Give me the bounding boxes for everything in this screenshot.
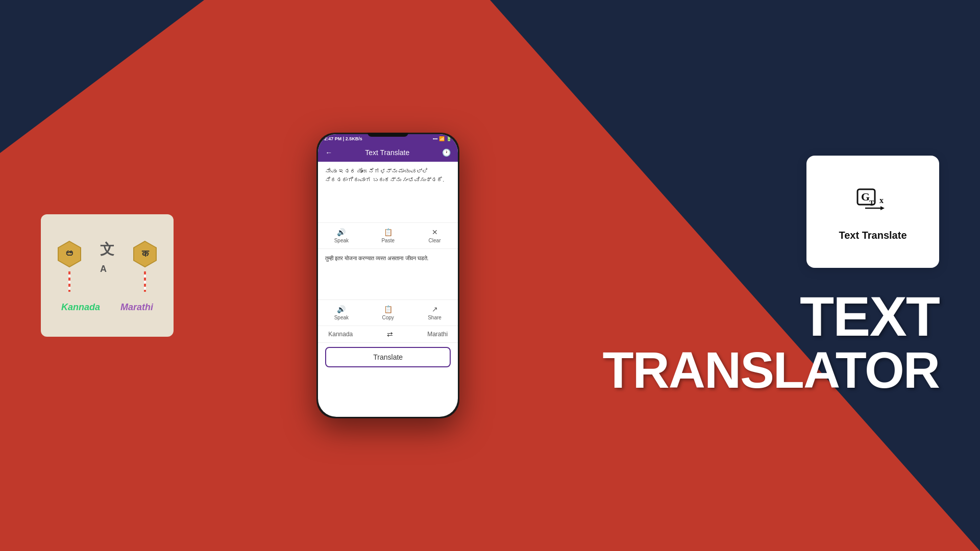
battery-icon: 🔋	[446, 136, 452, 141]
translate-center-icon: 文A	[100, 240, 114, 276]
speak-label-bottom: Speak	[334, 315, 349, 320]
input-text-area[interactable]: ನೀವು ಇತರ ಯೋಜನೆಗಳನ್ನು ಮಾಡುವಲ್ಲಿ ನಿರತರಾಗಿರ…	[318, 162, 458, 223]
lang-labels: Kannada Marathi	[61, 302, 153, 313]
marathi-hexagon: क	[130, 239, 160, 269]
speak-btn-top[interactable]: 🔊 Speak	[318, 226, 364, 245]
kannada-char: ಅ	[65, 248, 74, 259]
speak-icon-bottom: 🔊	[337, 305, 346, 313]
share-label: Share	[428, 315, 442, 320]
input-text: ನೀವು ಇತರ ಯೋಜನೆಗಳನ್ನು ಮಾಡುವಲ್ಲಿ ನಿರತರಾಗಿರ…	[325, 168, 444, 183]
kannada-icon-group: ಅ	[54, 239, 85, 292]
phone-notch	[368, 133, 408, 137]
app-title: Text Translate	[332, 148, 442, 157]
output-text-area: तुम्ही इतर योजना करण्यात व्यस्त असताना ज…	[318, 249, 458, 300]
svg-text:G: G	[861, 190, 870, 203]
wifi-icon: 📶	[439, 136, 445, 141]
clear-label: Clear	[429, 238, 441, 243]
stick-1	[68, 271, 70, 292]
right-section: G T x Text Translate TEXT TRANSLATOR	[602, 156, 939, 395]
kannada-label: Kannada	[61, 302, 100, 313]
share-icon: ↗	[432, 305, 438, 313]
copy-btn[interactable]: 📋 Copy	[365, 303, 411, 322]
big-text-line1: TEXT	[602, 288, 939, 344]
left-brand-card: ಅ 文A क Kannada Marathi	[41, 214, 174, 337]
swap-button[interactable]: ⇄	[387, 330, 393, 338]
output-text: तुम्ही इतर योजना करण्यात व्यस्त असताना ज…	[325, 255, 428, 261]
status-time: 2:47 PM | 2.5KB/s	[324, 136, 362, 141]
lang-icons: ಅ 文A क	[54, 239, 160, 292]
svg-marker-6	[880, 206, 885, 210]
google-translate-icon: G T x	[852, 183, 893, 223]
marathi-char: क	[142, 248, 149, 259]
svg-text:T: T	[869, 199, 874, 207]
share-btn[interactable]: ↗ Share	[411, 303, 458, 322]
svg-text:x: x	[879, 196, 884, 205]
big-text-block: TEXT TRANSLATOR	[602, 288, 939, 395]
speak-icon-top: 🔊	[337, 228, 346, 236]
back-icon[interactable]: ←	[325, 148, 332, 157]
phone-mockup: 2:47 PM | 2.5KB/s ▪▪▪ 📶 🔋 ← Text Transla…	[316, 133, 459, 418]
brand-card-title: Text Translate	[839, 230, 906, 241]
status-icons: ▪▪▪ 📶 🔋	[433, 136, 452, 141]
signal-icon: ▪▪▪	[433, 136, 438, 141]
speak-btn-bottom[interactable]: 🔊 Speak	[318, 303, 364, 322]
paste-btn[interactable]: 📋 Paste	[365, 226, 411, 245]
paste-label: Paste	[381, 238, 395, 243]
stick-2	[144, 271, 146, 292]
translate-button[interactable]: Translate	[325, 347, 451, 367]
language-bar: Kannada ⇄ Marathi	[318, 326, 458, 343]
copy-icon: 📋	[384, 305, 393, 313]
marathi-label: Marathi	[120, 302, 153, 313]
clear-icon: ✕	[432, 228, 438, 236]
phone-container: 2:47 PM | 2.5KB/s ▪▪▪ 📶 🔋 ← Text Transla…	[316, 133, 459, 418]
source-language[interactable]: Kannada	[328, 331, 353, 338]
bottom-action-bar: 🔊 Speak 📋 Copy ↗ Share	[318, 300, 458, 326]
big-text-line2: TRANSLATOR	[602, 344, 939, 395]
speak-label-top: Speak	[334, 238, 349, 243]
brand-card: G T x Text Translate	[806, 156, 939, 268]
top-action-bar: 🔊 Speak 📋 Paste ✕ Clear	[318, 223, 458, 249]
phone-screen: 2:47 PM | 2.5KB/s ▪▪▪ 📶 🔋 ← Text Transla…	[318, 134, 458, 417]
main-layout: ಅ 文A क Kannada Marathi	[0, 0, 980, 551]
paste-icon: 📋	[384, 228, 393, 236]
clear-btn[interactable]: ✕ Clear	[411, 226, 458, 245]
app-header: ← Text Translate 🕐	[318, 143, 458, 162]
copy-label: Copy	[382, 315, 394, 320]
target-language[interactable]: Marathi	[427, 331, 448, 338]
marathi-icon-group: क	[130, 239, 160, 292]
kannada-hexagon: ಅ	[54, 239, 85, 269]
history-icon[interactable]: 🕐	[442, 148, 451, 157]
